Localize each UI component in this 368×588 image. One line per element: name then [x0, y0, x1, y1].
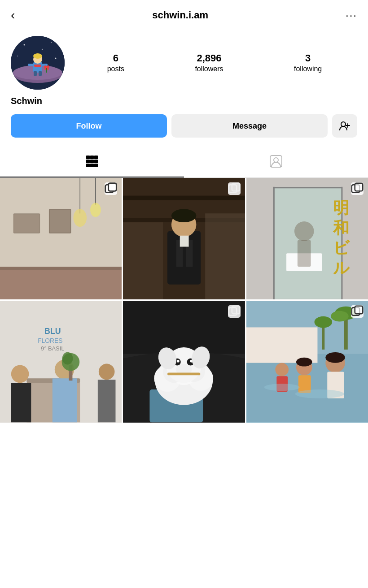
svg-rect-30 — [90, 164, 94, 167]
profile-section: 6 posts 2,896 followers 3 following Schw… — [0, 29, 368, 138]
multi-photo-icon-5 — [228, 305, 241, 318]
svg-text:BLU: BLU — [44, 327, 61, 336]
svg-point-4 — [17, 56, 18, 56]
grid-item-4[interactable]: BLU FLORES 9° BASIL — [0, 301, 122, 422]
add-person-icon — [339, 120, 350, 132]
stat-following[interactable]: 3 following — [294, 52, 322, 73]
stat-followers[interactable]: 2,896 followers — [195, 52, 223, 73]
follow-button[interactable]: Follow — [11, 114, 167, 138]
following-label: following — [294, 65, 322, 73]
person-tag-icon — [269, 155, 283, 171]
photo-grid: 明 和 ビ ル BLU FLORES 9° BASIL — [0, 178, 368, 423]
multi-photo-icon-1 — [105, 182, 117, 195]
followers-count: 2,896 — [197, 52, 221, 64]
svg-rect-78 — [355, 183, 363, 191]
svg-rect-89 — [53, 379, 77, 423]
svg-rect-45 — [0, 270, 122, 299]
svg-rect-17 — [46, 68, 47, 73]
svg-point-41 — [73, 209, 87, 227]
svg-rect-14 — [34, 71, 37, 76]
svg-point-90 — [99, 364, 115, 380]
svg-rect-37 — [14, 214, 39, 233]
svg-rect-76 — [298, 240, 311, 267]
svg-rect-24 — [90, 156, 94, 159]
svg-text:和: 和 — [333, 219, 349, 237]
svg-point-19 — [47, 65, 49, 68]
grid-item-1[interactable] — [0, 178, 122, 299]
avatar — [11, 36, 65, 90]
svg-point-2 — [51, 42, 52, 43]
more-options-button[interactable]: ··· — [346, 9, 357, 22]
multi-photo-icon-3 — [351, 182, 364, 195]
svg-text:9° BASIL: 9° BASIL — [41, 345, 64, 352]
svg-rect-15 — [39, 71, 42, 76]
svg-point-10 — [33, 53, 42, 59]
action-buttons: Follow Message — [11, 114, 357, 138]
grid-item-2[interactable] — [123, 178, 245, 299]
svg-text:FLORES: FLORES — [38, 337, 62, 344]
svg-rect-91 — [98, 380, 116, 423]
svg-point-86 — [11, 365, 29, 383]
grid-item-5[interactable] — [123, 301, 245, 422]
grid-icon — [85, 155, 99, 171]
svg-point-43 — [90, 203, 101, 217]
svg-point-107 — [177, 360, 180, 363]
svg-point-3 — [42, 49, 43, 50]
svg-rect-44 — [0, 267, 122, 270]
svg-text:ル: ル — [333, 259, 350, 277]
grid-item-3[interactable]: 明 和 ビ ル — [246, 178, 368, 299]
svg-rect-25 — [94, 156, 98, 159]
tab-tagged[interactable] — [184, 148, 368, 177]
svg-text:明: 明 — [333, 199, 349, 217]
svg-rect-111 — [167, 373, 200, 376]
svg-point-33 — [274, 158, 278, 162]
header: ‹ schwin.i.am ··· — [0, 0, 368, 29]
svg-rect-28 — [94, 160, 98, 163]
svg-rect-39 — [50, 210, 70, 233]
bottom-space — [0, 423, 368, 512]
svg-rect-134 — [246, 301, 368, 422]
profile-username: Schwin — [11, 96, 357, 106]
add-friend-button[interactable] — [332, 114, 357, 138]
svg-rect-12 — [28, 64, 34, 66]
tab-bar — [0, 148, 368, 178]
svg-rect-115 — [232, 306, 240, 314]
svg-rect-60 — [206, 213, 245, 299]
svg-rect-13 — [41, 64, 48, 66]
svg-point-55 — [171, 209, 196, 222]
svg-rect-27 — [90, 160, 94, 163]
svg-text:ビ: ビ — [333, 239, 350, 257]
svg-rect-29 — [86, 164, 90, 167]
grid-item-6[interactable] — [246, 301, 368, 422]
svg-rect-23 — [86, 156, 90, 159]
svg-rect-62 — [232, 183, 240, 191]
svg-rect-136 — [355, 306, 363, 314]
svg-rect-48 — [109, 183, 117, 191]
following-count: 3 — [305, 52, 311, 64]
svg-rect-11 — [34, 65, 41, 67]
message-button[interactable]: Message — [171, 114, 328, 138]
profile-top: 6 posts 2,896 followers 3 following — [11, 36, 357, 90]
stats-row: 6 posts 2,896 followers 3 following — [65, 52, 357, 73]
svg-rect-26 — [86, 160, 90, 163]
svg-rect-59 — [123, 222, 163, 299]
svg-rect-58 — [180, 236, 189, 247]
svg-rect-31 — [94, 164, 98, 167]
svg-rect-51 — [123, 196, 245, 200]
posts-count: 6 — [113, 52, 118, 64]
svg-point-94 — [62, 352, 73, 365]
profile-username-header: schwin.i.am — [152, 9, 208, 21]
stat-posts[interactable]: 6 posts — [107, 52, 124, 73]
svg-point-20 — [341, 122, 346, 126]
posts-label: posts — [107, 65, 124, 73]
multi-photo-icon-2 — [228, 182, 241, 195]
tab-grid[interactable] — [0, 148, 184, 177]
svg-point-1 — [24, 44, 25, 46]
svg-rect-87 — [11, 383, 31, 423]
followers-label: followers — [195, 65, 223, 73]
multi-photo-icon-6 — [351, 305, 364, 318]
svg-point-75 — [294, 221, 314, 241]
back-button[interactable]: ‹ — [11, 9, 15, 22]
svg-point-5 — [55, 58, 57, 59]
svg-point-18 — [44, 65, 47, 68]
